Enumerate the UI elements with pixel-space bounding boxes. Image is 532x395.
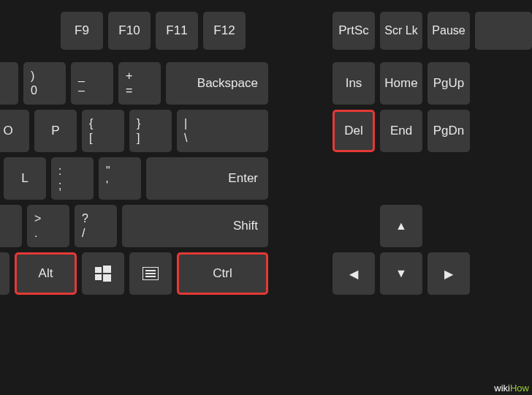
key-equal-bot: =: [126, 83, 132, 98]
key-enter[interactable]: Enter: [146, 157, 268, 200]
key-backslash-top: |: [184, 116, 187, 131]
key-quote-top: ": [106, 164, 110, 178]
key-quote[interactable]: " ': [99, 157, 141, 200]
key-rbracket[interactable]: } ]: [129, 110, 172, 152]
key-rbracket-top: }: [137, 116, 140, 131]
svg-rect-2: [95, 274, 102, 280]
key-arrow-right[interactable]: ▶: [428, 252, 470, 295]
watermark-prefix: wiki: [494, 383, 510, 394]
key-equal[interactable]: + =: [118, 62, 161, 105]
key-0-top: ): [31, 69, 34, 83]
key-equal-top: +: [126, 69, 132, 83]
key-semicolon-bot: ;: [58, 178, 61, 193]
key-f11[interactable]: F11: [156, 12, 198, 50]
svg-rect-0: [95, 267, 102, 273]
key-semicolon[interactable]: : ;: [51, 157, 94, 200]
key-0-bot: 0: [31, 83, 37, 98]
key-period[interactable]: > .: [27, 205, 69, 247]
key-pause[interactable]: Pause: [428, 12, 470, 50]
key-arrow-down[interactable]: ▼: [380, 252, 422, 295]
key-pgup[interactable]: PgUp: [428, 62, 470, 105]
key-period-top: >: [34, 211, 41, 226]
key-alt[interactable]: Alt: [15, 252, 77, 295]
key-o[interactable]: O: [0, 110, 29, 152]
key-slash-bot: /: [82, 226, 85, 241]
key-menu[interactable]: [129, 252, 172, 295]
key-minus-bot: –: [78, 83, 85, 98]
key-scrlk[interactable]: Scr Lk: [380, 12, 422, 50]
key-backslash[interactable]: | \: [177, 110, 268, 152]
key-pgdn[interactable]: PgDn: [428, 110, 470, 152]
key-f12[interactable]: F12: [203, 12, 246, 50]
svg-rect-3: [103, 274, 111, 282]
key-minus[interactable]: _ –: [71, 62, 113, 105]
key-home[interactable]: Home: [380, 62, 422, 105]
windows-icon: [95, 266, 111, 282]
key-l[interactable]: L: [4, 157, 46, 200]
key-quote-bot: ': [106, 178, 108, 193]
watermark-suffix: How: [510, 383, 529, 394]
key-p[interactable]: P: [34, 110, 77, 152]
key-period-bot: .: [34, 226, 37, 241]
key-partial-comma[interactable]: [0, 205, 22, 247]
key-partial-right-fn[interactable]: [475, 12, 532, 50]
key-end[interactable]: End: [380, 110, 422, 152]
key-del[interactable]: Del: [332, 110, 375, 152]
key-lbracket-bot: [: [89, 131, 92, 146]
key-f10[interactable]: F10: [108, 12, 151, 50]
key-slash[interactable]: ? /: [75, 205, 117, 247]
key-minus-top: _: [78, 69, 85, 83]
svg-rect-1: [103, 266, 111, 273]
key-semicolon-top: :: [58, 164, 61, 178]
key-arrow-up[interactable]: ▲: [380, 205, 422, 247]
key-9[interactable]: ) 9: [0, 62, 18, 105]
menu-icon: [142, 267, 159, 280]
key-lbracket-top: {: [89, 116, 93, 131]
key-0[interactable]: ) 0: [23, 62, 66, 105]
key-ins[interactable]: Ins: [332, 62, 375, 105]
key-partial-bottom-left[interactable]: [0, 252, 10, 295]
key-shift[interactable]: Shift: [122, 205, 268, 247]
key-ctrl[interactable]: Ctrl: [177, 252, 268, 295]
key-backslash-bot: \: [184, 131, 187, 146]
key-prtsc[interactable]: PrtSc: [332, 12, 375, 50]
key-arrow-left[interactable]: ◀: [332, 252, 375, 295]
key-f9[interactable]: F9: [61, 12, 103, 50]
key-lbracket[interactable]: { [: [82, 110, 124, 152]
key-backspace[interactable]: Backspace: [166, 62, 268, 105]
key-windows[interactable]: [82, 252, 124, 295]
key-rbracket-bot: ]: [137, 131, 140, 146]
key-slash-top: ?: [82, 211, 88, 226]
watermark: wikiHow: [494, 383, 529, 394]
